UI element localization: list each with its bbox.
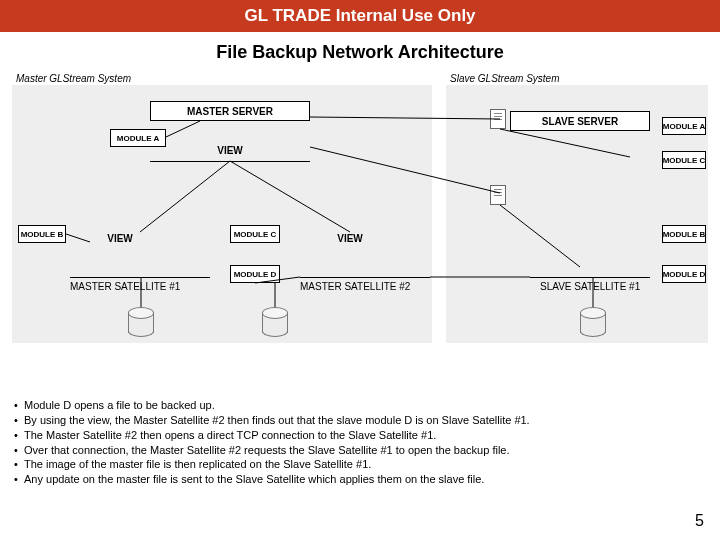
- module-b-left: MODULE B: [18, 225, 66, 243]
- view-master-sat1: VIEW: [90, 233, 150, 244]
- module-a-left: MODULE A: [110, 129, 166, 147]
- module-d-mid: MODULE D: [230, 265, 280, 283]
- page-title: File Backup Network Architecture: [0, 32, 720, 67]
- diagram-canvas: Master GLStream System Slave GLStream Sy…: [0, 67, 720, 377]
- panel-master: [12, 85, 432, 343]
- module-c-right: MODULE C: [662, 151, 706, 169]
- bullet-item: The Master Satellite #2 then opens a dir…: [14, 428, 706, 443]
- caption-slave: Slave GLStream System: [450, 73, 559, 84]
- page-number: 5: [695, 512, 704, 530]
- db-icon-sat2: [262, 307, 288, 337]
- module-d-right: MODULE D: [662, 265, 706, 283]
- master-sat2-text: MASTER SATELLITE #2: [300, 281, 410, 292]
- module-a-right: MODULE A: [662, 117, 706, 135]
- view-master-sat2: VIEW: [320, 233, 380, 244]
- bullet-item: Any update on the master file is sent to…: [14, 472, 706, 487]
- view-master-server: VIEW: [200, 145, 260, 156]
- bullet-item: The image of the master file is then rep…: [14, 457, 706, 472]
- master-sat1-text: MASTER SATELLITE #1: [70, 281, 180, 292]
- db-icon-slave: [580, 307, 606, 337]
- file-icon-top: [490, 109, 506, 129]
- master-server-line: [150, 161, 310, 162]
- bullet-list: Module D opens a file to be backed up. B…: [14, 398, 706, 487]
- db-icon-sat1: [128, 307, 154, 337]
- bullet-item: Over that connection, the Master Satelli…: [14, 443, 706, 458]
- module-c-mid: MODULE C: [230, 225, 280, 243]
- module-b-right: MODULE B: [662, 225, 706, 243]
- slave-sat1-text: SLAVE SATELLITE #1: [540, 281, 640, 292]
- file-icon-mid: [490, 185, 506, 205]
- master-server: MASTER SERVER: [150, 101, 310, 121]
- master-sat1-line: [70, 277, 210, 278]
- master-sat2-line: [300, 277, 430, 278]
- header-bar: GL TRADE Internal Use Only: [0, 0, 720, 32]
- bullet-item: Module D opens a file to be backed up.: [14, 398, 706, 413]
- slave-sat1-line: [530, 277, 650, 278]
- caption-master: Master GLStream System: [16, 73, 131, 84]
- bullet-item: By using the view, the Master Satellite …: [14, 413, 706, 428]
- slave-server: SLAVE SERVER: [510, 111, 650, 131]
